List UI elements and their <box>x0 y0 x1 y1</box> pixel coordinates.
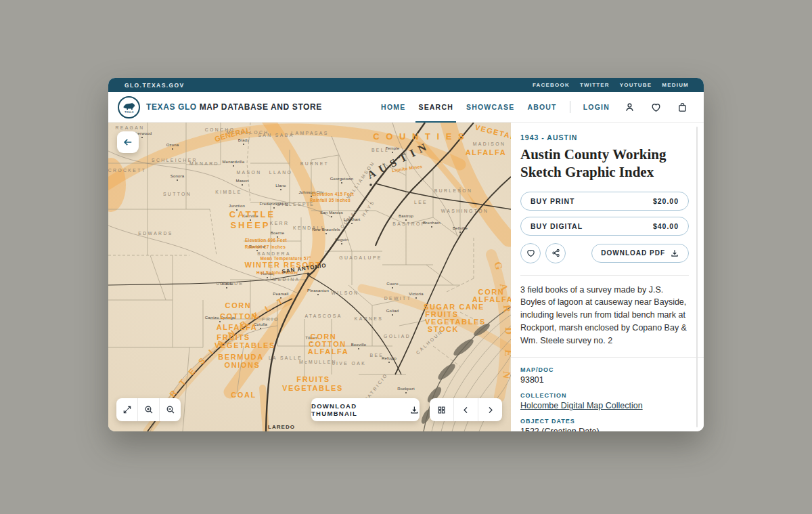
content: REAGAN CONCHO McCULLOCH SAN SABA LAMPASA… <box>108 123 704 431</box>
social-links: FACEBOOK TWITTER YOUTUBE MEDIUM <box>533 82 689 88</box>
buy-print-price: $20.00 <box>653 197 679 205</box>
svg-text:Rainfall 27 Inches: Rainfall 27 Inches <box>245 244 286 249</box>
buy-print-button[interactable]: BUY PRINT $20.00 <box>520 192 689 211</box>
grid-view-button[interactable] <box>430 398 453 421</box>
svg-text:Cuero: Cuero <box>386 282 399 286</box>
svg-text:TXGLO: TXGLO <box>125 111 134 114</box>
utility-bar: GLO.TEXAS.GOV FACEBOOK TWITTER YOUTUBE M… <box>108 78 704 92</box>
chevron-left-icon <box>461 405 471 415</box>
svg-text:KIMBLE: KIMBLE <box>215 190 242 194</box>
pager-controls <box>430 398 502 421</box>
svg-text:STOCK: STOCK <box>428 325 459 333</box>
map-doc-label: MAP/DOC <box>520 366 690 373</box>
svg-text:San Marcos: San Marcos <box>320 211 343 215</box>
share-button[interactable] <box>545 243 566 263</box>
expand-icon <box>122 404 133 415</box>
nav-search[interactable]: SEARCH <box>418 103 453 111</box>
nav-showcase[interactable]: SHOWCASE <box>466 103 514 111</box>
grid-icon <box>436 405 447 415</box>
svg-text:Llano: Llano <box>275 184 286 188</box>
previous-button[interactable] <box>454 398 478 421</box>
svg-text:ATASCOSA: ATASCOSA <box>304 314 342 318</box>
next-button[interactable] <box>478 398 502 421</box>
svg-text:LAMPASAS: LAMPASAS <box>291 131 328 135</box>
site-link[interactable]: GLO.TEXAS.GOV <box>125 82 185 89</box>
object-date-1: 1522 (Creation Date) <box>520 427 690 431</box>
favorite-button[interactable] <box>520 243 541 263</box>
svg-text:ALFALFA: ALFALFA <box>308 347 349 356</box>
download-thumbnail-button[interactable]: DOWNLOAD THUMBNAIL <box>311 398 420 421</box>
buy-print-label: BUY PRINT <box>531 197 574 205</box>
svg-text:Seguin: Seguin <box>335 238 348 242</box>
social-link-facebook[interactable]: FACEBOOK <box>533 82 570 88</box>
svg-text:MENARD: MENARD <box>189 161 219 166</box>
panel-head: 1943 - AUSTIN Austin County Working Sket… <box>511 123 704 276</box>
svg-text:Lockhart: Lockhart <box>344 217 361 221</box>
heart-icon <box>526 248 536 258</box>
zoom-controls <box>116 398 181 421</box>
svg-text:Beeville: Beeville <box>351 343 367 347</box>
svg-text:BERMUDA: BERMUDA <box>218 353 263 361</box>
svg-text:KARNES: KARNES <box>355 316 383 321</box>
back-button[interactable] <box>117 131 139 153</box>
download-pdf-label: DOWNLOAD PDF <box>601 249 665 257</box>
svg-text:Elevation 696 Feet: Elevation 696 Feet <box>245 238 288 242</box>
svg-text:Refugio: Refugio <box>382 356 397 360</box>
social-link-twitter[interactable]: TWITTER <box>580 82 610 88</box>
svg-text:Mason: Mason <box>235 179 248 183</box>
object-dates-label: OBJECT DATES <box>520 418 690 425</box>
svg-text:DEWITT: DEWITT <box>384 296 411 301</box>
texas-glo-logo[interactable]: TXGLO <box>118 96 140 119</box>
nav-home[interactable]: HOME <box>381 103 405 111</box>
svg-text:Sonora: Sonora <box>171 174 185 178</box>
item-description: 3 field books of a survey made by J.S. B… <box>511 276 704 358</box>
svg-text:BURLESON: BURLESON <box>434 188 473 193</box>
svg-text:KERR: KERR <box>270 221 289 226</box>
zoom-in-icon <box>143 404 154 415</box>
svg-text:BASTROP: BASTROP <box>392 221 426 226</box>
svg-text:MADISON: MADISON <box>473 142 506 146</box>
nav-about[interactable]: ABOUT <box>527 103 556 111</box>
social-link-youtube[interactable]: YOUTUBE <box>620 82 652 88</box>
svg-text:WILSON: WILSON <box>331 291 359 295</box>
svg-text:LIVE OAK: LIVE OAK <box>332 361 366 366</box>
map-viewer[interactable]: REAGAN CONCHO McCULLOCH SAN SABA LAMPASA… <box>108 123 511 431</box>
collection-label: COLLECTION <box>520 392 690 399</box>
collection-link[interactable]: Holcombe Digital Map Collection <box>520 401 690 410</box>
account-button[interactable] <box>623 100 636 114</box>
svg-text:Pleasanton: Pleasanton <box>307 288 329 293</box>
svg-text:Temple: Temple <box>386 146 400 150</box>
svg-text:CROCKETT: CROCKETT <box>108 168 146 173</box>
nav-divider <box>570 101 570 113</box>
svg-text:VEGETABLES: VEGETABLES <box>282 384 343 392</box>
svg-text:New Braunfels: New Braunfels <box>312 228 340 232</box>
svg-text:Junction: Junction <box>229 204 245 208</box>
svg-text:Boerne: Boerne <box>271 231 285 235</box>
action-row: DOWNLOAD PDF <box>520 243 689 263</box>
brand-primary: TEXAS GLO <box>146 102 197 112</box>
social-link-medium[interactable]: MEDIUM <box>662 82 689 88</box>
svg-text:Bellville: Bellville <box>453 226 468 230</box>
fullscreen-button[interactable] <box>116 398 137 421</box>
zoom-in-button[interactable] <box>138 398 159 421</box>
favorites-button[interactable] <box>649 100 662 114</box>
svg-text:Brady: Brady <box>238 138 250 142</box>
login-link[interactable]: LOGIN <box>583 103 610 111</box>
svg-text:EDWARDS: EDWARDS <box>138 231 173 236</box>
svg-text:MASON: MASON <box>237 170 262 175</box>
buy-digital-button[interactable]: BUY DIGITAL $40.00 <box>520 217 689 236</box>
svg-text:FRUITS: FRUITS <box>296 375 330 383</box>
svg-text:LEE: LEE <box>414 200 428 205</box>
svg-text:Brenham: Brenham <box>423 221 441 225</box>
cart-button[interactable] <box>675 100 689 114</box>
map-doc-value: 93801 <box>520 375 690 385</box>
svg-text:LLANO: LLANO <box>269 170 292 175</box>
svg-text:GUADALUPE: GUADALUPE <box>339 255 382 260</box>
zoom-out-button[interactable] <box>160 398 181 421</box>
download-icon <box>670 249 679 258</box>
page-title: Austin County Working Sketch Graphic Ind… <box>520 146 689 181</box>
download-thumbnail-label: DOWNLOAD THUMBNAIL <box>311 402 404 417</box>
download-pdf-button[interactable]: DOWNLOAD PDF <box>591 244 689 263</box>
person-icon <box>624 102 635 113</box>
panel-scrollbar[interactable] <box>696 127 698 427</box>
